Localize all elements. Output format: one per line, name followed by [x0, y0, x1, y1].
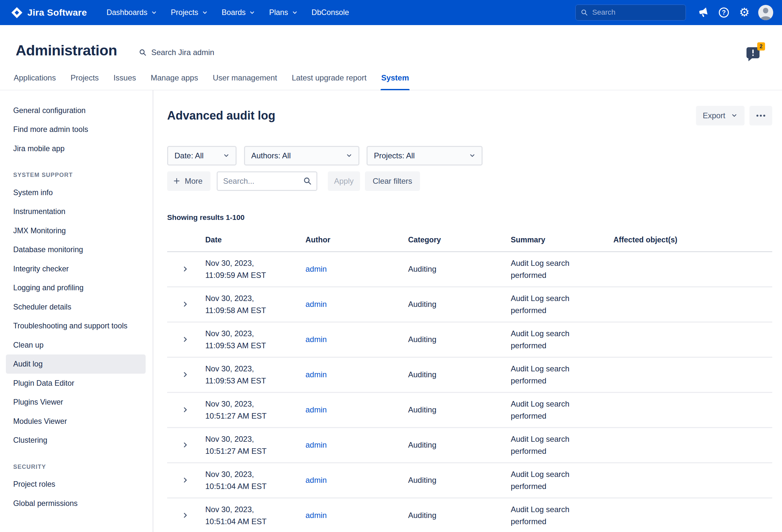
- sidebar-item-scheduler-details[interactable]: Scheduler details: [6, 297, 146, 317]
- cell-category: Auditing: [408, 511, 511, 520]
- tab-latest-upgrade-report[interactable]: Latest upgrade report: [291, 69, 367, 90]
- cell-summary: Audit Log search performed: [511, 257, 613, 281]
- author-link[interactable]: admin: [306, 300, 327, 309]
- sidebar-item-project-roles[interactable]: Project roles: [6, 475, 146, 494]
- tab-projects[interactable]: Projects: [70, 69, 99, 90]
- author-link[interactable]: admin: [306, 264, 327, 273]
- sidebar-item-general-configuration[interactable]: General configuration: [6, 101, 146, 120]
- author-link[interactable]: admin: [306, 405, 327, 414]
- expand-row-button[interactable]: [180, 369, 191, 381]
- chevron-right-icon: [182, 477, 189, 484]
- chevron-right-icon: [182, 336, 189, 343]
- global-search-input[interactable]: [575, 5, 686, 21]
- author-link[interactable]: admin: [306, 511, 327, 520]
- chevron-down-icon: [202, 9, 208, 16]
- content-area: General configuration Find more admin to…: [0, 90, 782, 532]
- cell-author: admin: [306, 335, 408, 344]
- author-link[interactable]: admin: [306, 476, 327, 485]
- clear-filters-button[interactable]: Clear filters: [365, 171, 420, 191]
- expand-row-button[interactable]: [180, 404, 191, 416]
- filter-search-input[interactable]: [217, 171, 317, 191]
- tab-manage-apps[interactable]: Manage apps: [150, 69, 199, 90]
- sidebar-item-jmx-monitoring[interactable]: JMX Monitoring: [6, 221, 146, 240]
- notification-badge: 2: [757, 42, 765, 51]
- author-link[interactable]: admin: [306, 335, 327, 344]
- cell-date: Nov 30, 2023, 10:51:04 AM EST: [205, 468, 306, 493]
- user-avatar[interactable]: [758, 5, 774, 20]
- help-button[interactable]: ?: [715, 4, 733, 21]
- expand-row-button[interactable]: [180, 474, 191, 486]
- chevron-right-icon: [182, 371, 189, 378]
- nav-projects[interactable]: Projects: [164, 4, 215, 21]
- apply-button[interactable]: Apply: [328, 171, 360, 191]
- sidebar-item-troubleshooting-and-support-tools[interactable]: Troubleshooting and support tools: [6, 316, 146, 335]
- nav-plans-label: Plans: [269, 8, 288, 17]
- expand-row-button[interactable]: [180, 509, 191, 521]
- tab-system[interactable]: System: [381, 69, 409, 90]
- projects-filter-select[interactable]: Projects: All: [366, 146, 483, 166]
- sidebar-section-security: SECURITY: [13, 464, 146, 470]
- cell-author: admin: [306, 405, 408, 414]
- sidebar-item-integrity-checker[interactable]: Integrity checker: [6, 259, 146, 279]
- results-summary: Showing results 1-100: [167, 213, 772, 222]
- more-actions-button[interactable]: [749, 106, 773, 126]
- cell-date: Nov 30, 2023, 10:51:27 AM EST: [205, 398, 306, 422]
- expand-row-button[interactable]: [180, 263, 191, 275]
- authors-filter-select[interactable]: Authors: All: [244, 146, 359, 166]
- nav-boards[interactable]: Boards: [215, 4, 262, 21]
- search-icon: [580, 8, 588, 18]
- nav-dbconsole-label: DbConsole: [312, 8, 349, 17]
- chevron-down-icon: [346, 152, 353, 159]
- table-row: Nov 30, 2023, 10:51:04 AM EST admin Audi…: [167, 498, 772, 532]
- tab-issues[interactable]: Issues: [113, 69, 137, 90]
- cell-summary: Audit Log search performed: [511, 363, 613, 387]
- sidebar-item-audit-log[interactable]: Audit log: [6, 354, 146, 374]
- expand-row-button[interactable]: [180, 298, 191, 310]
- sidebar-item-plugins-viewer[interactable]: Plugins Viewer: [6, 393, 146, 412]
- column-header-summary: Summary: [511, 236, 613, 244]
- nav-dbconsole[interactable]: DbConsole: [305, 4, 356, 21]
- audit-log-title: Advanced audit log: [167, 109, 275, 122]
- more-filters-button[interactable]: More: [167, 171, 211, 191]
- table-header-row: Date Author Category Summary Affected ob…: [167, 230, 772, 252]
- gear-icon: ⚙: [739, 6, 749, 18]
- sidebar-item-clustering[interactable]: Clustering: [6, 431, 146, 450]
- megaphone-icon: [698, 7, 709, 18]
- table-row: Nov 30, 2023, 10:51:27 AM EST admin Audi…: [167, 428, 772, 463]
- clear-filters-label: Clear filters: [373, 177, 412, 186]
- feedback-button[interactable]: 2: [746, 47, 760, 59]
- announcements-button[interactable]: [695, 4, 712, 21]
- table-row: Nov 30, 2023, 10:51:04 AM EST admin Audi…: [167, 463, 772, 498]
- sidebar-item-find-more-admin-tools[interactable]: Find more admin tools: [6, 120, 146, 139]
- expand-row-button[interactable]: [180, 333, 191, 345]
- settings-button[interactable]: ⚙: [736, 4, 753, 21]
- admin-header: Administration Search Jira admin 2: [0, 25, 782, 60]
- jira-admin-app: Jira Software Dashboards Projects Boards…: [0, 0, 782, 532]
- sidebar-item-database-monitoring[interactable]: Database monitoring: [6, 240, 146, 259]
- admin-search[interactable]: Search Jira admin: [139, 44, 214, 57]
- sidebar-item-logging-and-profiling[interactable]: Logging and profiling: [6, 278, 146, 297]
- projects-filter-label: Projects: All: [374, 151, 415, 160]
- tab-user-management[interactable]: User management: [212, 69, 277, 90]
- nav-dashboards[interactable]: Dashboards: [100, 4, 164, 21]
- sidebar-item-instrumentation[interactable]: Instrumentation: [6, 202, 146, 221]
- cell-date: Nov 30, 2023, 11:09:58 AM EST: [205, 292, 306, 317]
- expand-row-button[interactable]: [180, 439, 191, 451]
- sidebar-item-modules-viewer[interactable]: Modules Viewer: [6, 412, 146, 431]
- sidebar-item-jira-mobile-app[interactable]: Jira mobile app: [6, 139, 146, 158]
- author-link[interactable]: admin: [306, 370, 327, 379]
- author-link[interactable]: admin: [306, 440, 327, 449]
- nav-plans[interactable]: Plans: [262, 4, 305, 21]
- sidebar-item-global-permissions[interactable]: Global permissions: [6, 494, 146, 513]
- tab-applications[interactable]: Applications: [13, 69, 57, 90]
- sidebar-item-system-info[interactable]: System info: [6, 183, 146, 202]
- export-button[interactable]: Export: [696, 106, 745, 126]
- sidebar-item-plugin-data-editor[interactable]: Plugin Data Editor: [6, 374, 146, 393]
- sidebar: General configuration Find more admin to…: [0, 90, 153, 532]
- jira-home-link[interactable]: Jira Software: [11, 6, 87, 19]
- sidebar-item-clean-up[interactable]: Clean up: [6, 335, 146, 355]
- date-filter-select[interactable]: Date: All: [167, 146, 237, 166]
- cell-date: Nov 30, 2023, 11:09:59 AM EST: [205, 257, 306, 281]
- chevron-down-icon: [731, 112, 738, 119]
- cell-summary: Audit Log search performed: [511, 398, 613, 422]
